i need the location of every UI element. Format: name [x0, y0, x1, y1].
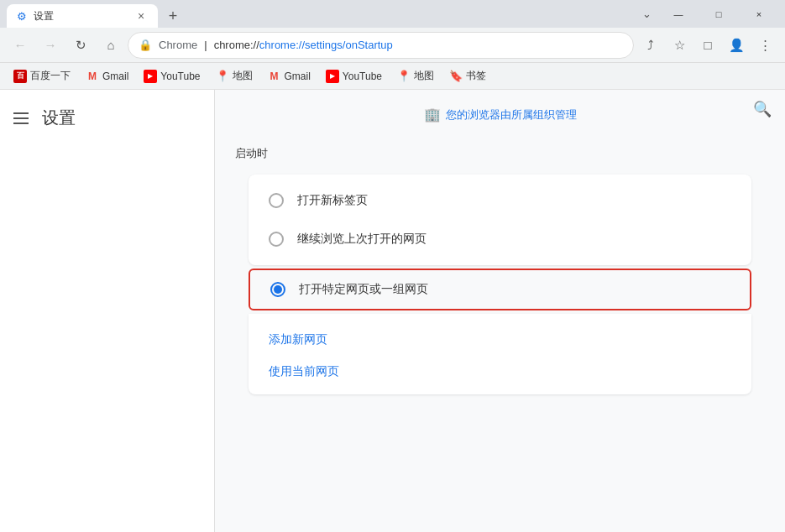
- sidebar: 设置: [0, 90, 215, 532]
- youtube-icon-1: ▶: [144, 70, 157, 83]
- search-button[interactable]: 🔍: [753, 100, 772, 118]
- address-chrome-text: Chrome: [159, 39, 197, 51]
- org-icon: 🏢: [424, 107, 441, 123]
- bookmark-baidu[interactable]: 百 百度一下: [7, 65, 77, 86]
- add-new-page-link[interactable]: 添加新网页: [269, 324, 731, 356]
- bookmark-maps1[interactable]: 📍 地图: [209, 65, 259, 86]
- settings-tab-title: 设置: [34, 9, 128, 23]
- bookmark-youtube2[interactable]: ▶ YouTube: [319, 66, 389, 86]
- sidebar-header: 设置: [0, 96, 214, 139]
- main-content: 🔍 🏢 您的浏览器由所属组织管理 启动时 打开新标签页 继续浏览上次打开的网页: [215, 90, 785, 532]
- option-new-tab[interactable]: 打开新标签页: [249, 181, 751, 220]
- refresh-button[interactable]: ↻: [67, 32, 94, 59]
- option-specific-pages-label: 打开特定网页或一组网页: [299, 282, 428, 297]
- window-controls: — □ ×: [659, 0, 778, 28]
- org-notice-text: 您的浏览器由所属组织管理: [446, 107, 577, 123]
- radio-continue: [269, 232, 284, 247]
- startup-label: 启动时: [235, 146, 765, 161]
- youtube-icon-2: ▶: [326, 70, 339, 83]
- address-bar[interactable]: 🔒 Chrome | chrome://chrome://settings/on…: [128, 32, 634, 59]
- bookmark-youtube2-label: YouTube: [343, 70, 382, 82]
- titlebar: ⚙ 设置 × + ⌄ — □ ×: [0, 0, 785, 28]
- close-button[interactable]: ×: [740, 0, 778, 28]
- lock-icon: 🔒: [139, 39, 152, 51]
- gmail-icon-1: M: [86, 70, 99, 83]
- navbar: ← → ↻ ⌂ 🔒 Chrome | chrome://chrome://set…: [0, 28, 785, 63]
- share-button[interactable]: ⤴: [637, 32, 664, 59]
- bookmarks-icon: 🔖: [449, 70, 463, 83]
- content-area: 设置 🔍 🏢 您的浏览器由所属组织管理 启动时 打开新标签页 继续浏览上次打: [0, 90, 785, 532]
- bookmark-gmail1[interactable]: M Gmail: [79, 66, 135, 86]
- startup-options-card: 打开新标签页 继续浏览上次打开的网页: [249, 175, 751, 265]
- home-button[interactable]: ⌂: [97, 32, 124, 59]
- maps-icon-2: 📍: [397, 70, 411, 83]
- bookmark-youtube1[interactable]: ▶ YouTube: [137, 66, 207, 86]
- bookmark-maps2-label: 地图: [414, 69, 434, 83]
- bookmarks-bar: 百 百度一下 M Gmail ▶ YouTube 📍 地图 M Gmail ▶ …: [0, 63, 785, 90]
- org-notice[interactable]: 🏢 您的浏览器由所属组织管理: [215, 96, 785, 133]
- baidu-icon: 百: [13, 70, 27, 83]
- bookmark-maps1-label: 地图: [233, 69, 253, 83]
- new-tab-button[interactable]: +: [161, 4, 185, 28]
- tab-area: ⚙ 设置 × +: [7, 0, 634, 28]
- settings-tab-icon: ⚙: [17, 10, 27, 23]
- address-separator: |: [204, 39, 207, 51]
- bookmark-bookmarks[interactable]: 🔖 书签: [442, 65, 493, 86]
- bookmark-bookmarks-label: 书签: [466, 69, 486, 83]
- forward-button[interactable]: →: [37, 32, 64, 59]
- tab-close-button[interactable]: ×: [134, 9, 148, 23]
- maps-icon-1: 📍: [216, 70, 229, 83]
- option-specific-pages-area: 打开特定网页或一组网页: [249, 269, 751, 310]
- option-new-tab-label: 打开新标签页: [297, 193, 368, 208]
- maximize-button[interactable]: □: [699, 0, 738, 28]
- bookmark-gmail2-label: Gmail: [285, 70, 311, 82]
- action-links: 添加新网页 使用当前网页: [249, 317, 751, 388]
- option-specific-pages[interactable]: 打开特定网页或一组网页: [250, 270, 750, 309]
- address-url: chrome://chrome://settings/onStartup: [214, 39, 393, 51]
- bookmark-gmail1-label: Gmail: [102, 70, 128, 82]
- hamburger-button[interactable]: [13, 112, 29, 124]
- settings-tab[interactable]: ⚙ 设置 ×: [7, 4, 158, 28]
- nav-actions: ⤴ ☆ □ 👤 ⋮: [637, 32, 778, 59]
- gmail-icon-2: M: [268, 70, 281, 83]
- use-current-page-link[interactable]: 使用当前网页: [269, 356, 731, 388]
- bookmark-maps2[interactable]: 📍 地图: [390, 65, 441, 86]
- radio-new-tab: [269, 193, 284, 208]
- option-continue-label: 继续浏览上次打开的网页: [297, 232, 427, 247]
- startup-section: 启动时 打开新标签页 继续浏览上次打开的网页 打开特定网页或一组网页: [215, 133, 785, 408]
- page-title: 设置: [42, 107, 76, 129]
- radio-specific-pages: [270, 282, 285, 297]
- bookmark-button[interactable]: ☆: [666, 32, 693, 59]
- back-button[interactable]: ←: [7, 32, 34, 59]
- menu-button[interactable]: ⋮: [751, 32, 778, 59]
- bookmark-youtube1-label: YouTube: [160, 70, 200, 82]
- bookmark-gmail2[interactable]: M Gmail: [261, 66, 317, 86]
- minimize-button[interactable]: —: [659, 0, 698, 28]
- extension-button[interactable]: □: [694, 32, 721, 59]
- option-continue[interactable]: 继续浏览上次打开的网页: [249, 220, 751, 258]
- profile-button[interactable]: 👤: [723, 32, 750, 59]
- tab-chevron-button[interactable]: ⌄: [634, 2, 659, 27]
- bookmark-baidu-label: 百度一下: [30, 69, 71, 83]
